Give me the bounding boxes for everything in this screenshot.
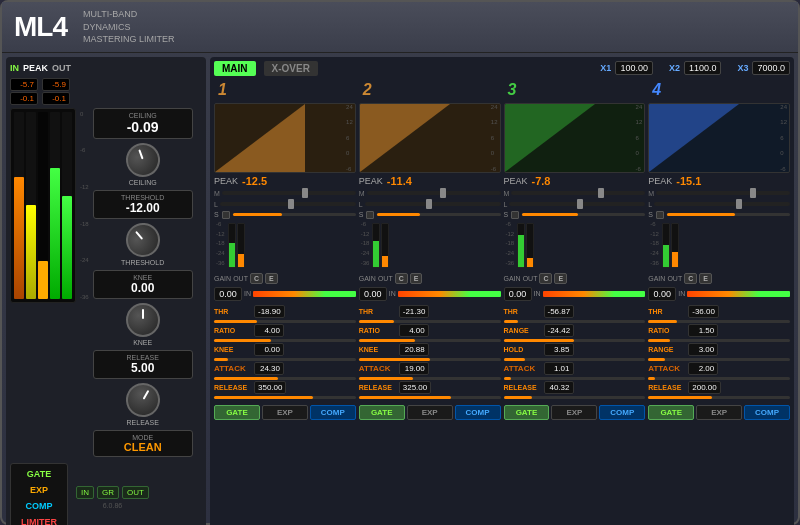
band-1-knee-lbl: KNEE [214,346,252,353]
band-2-exp-btn[interactable]: EXP [407,405,453,420]
band-2-ratio-val: 4.00 [399,324,429,337]
band-3-release-val: 40.32 [544,381,574,394]
top-row: MAIN X-OVER X1 100.00 X2 1100.0 X3 7000.… [214,61,790,76]
band-4-m-fader[interactable] [656,191,790,195]
band-1-c-btn[interactable]: C [250,273,263,284]
band-2-m-fader[interactable] [367,191,501,195]
band-4-e-btn[interactable]: E [699,273,712,284]
scale-18: -18 [80,221,89,227]
in-btn[interactable]: IN [76,486,94,499]
band-4-attack-lbl: ATTACK [648,364,686,373]
band-3-m-fader[interactable] [511,191,645,195]
band-2-thr-lbl: THR [359,308,397,315]
band-4-l-fader[interactable] [654,202,790,206]
x1-value[interactable]: 100.00 [615,61,653,75]
out-btn[interactable]: OUT [122,486,149,499]
band-2-c-btn[interactable]: C [395,273,408,284]
band-4-s-check[interactable] [656,211,664,219]
band-2-gate-btn[interactable]: GATE [359,405,405,420]
gr-btn[interactable]: GR [97,486,119,499]
band-1-gate-btn[interactable]: GATE [214,405,260,420]
band-3-c-btn[interactable]: C [539,273,552,284]
limiter-mode-btn[interactable]: LIMITER [17,515,61,525]
exp-mode-btn[interactable]: EXP [17,483,61,497]
band-4-c-btn[interactable]: C [684,273,697,284]
band-1-exp-btn[interactable]: EXP [262,405,308,420]
band-1-comp-btn[interactable]: COMP [310,405,356,420]
band-3-hold-val: 3.85 [544,343,574,356]
band-3-gate-btn[interactable]: GATE [504,405,550,420]
knee-knob[interactable]: KNEE [93,303,193,346]
band-4-ratio-val: 1.50 [688,324,718,337]
peak-label-top: PEAK [23,63,48,73]
band-2-comp-btn[interactable]: COMP [455,405,501,420]
band-1-m-fader[interactable] [222,191,356,195]
band-2-in-lbl: IN [389,290,396,297]
tab-main[interactable]: MAIN [214,61,256,76]
peak-val-1: -5.7 [10,78,38,91]
band-3-e-btn[interactable]: E [554,273,567,284]
band-2-l-label: L [359,201,363,208]
band-4-release-lbl: RELEASE [648,384,686,391]
x3-value[interactable]: 7000.0 [752,61,790,75]
band-4-range-val: 3.00 [688,343,718,356]
ceiling-knob[interactable]: CEILING [93,143,193,186]
band-3-range-val: -24.42 [544,324,575,337]
band-4-range-lbl: RANGE [648,346,686,353]
band-2-m-label: M [359,190,365,197]
band-4-m-label: M [648,190,654,197]
band-2-attack-lbl: ATTACK [359,364,397,373]
release-knob[interactable]: RELEASE [93,383,193,426]
version-label: 6.0.86 [103,502,122,509]
band-4-peak-label: PEAK [648,176,672,186]
scale-6: -6 [80,147,89,153]
band-2-l-fader[interactable] [365,202,501,206]
band-1-s-check[interactable] [222,211,230,219]
comp-mode-btn[interactable]: COMP [17,499,61,513]
band-2-peak-label: PEAK [359,176,383,186]
gate-mode-btn[interactable]: GATE [17,467,61,481]
band-1: 1 241260-6 PEAK -12.5 M [214,79,356,525]
out-label: OUT [52,63,71,73]
band-2-number: 2 [359,79,376,101]
band-3-thr-val: -56.87 [544,305,575,318]
band-4-comp-btn[interactable]: COMP [744,405,790,420]
band-1-peak-value: -12.5 [242,175,267,187]
band-3-release-lbl: RELEASE [504,384,542,391]
band-3-exp-btn[interactable]: EXP [551,405,597,420]
band-2-s-check[interactable] [366,211,374,219]
band-4-exp-btn[interactable]: EXP [696,405,742,420]
band-4-ratio-lbl: RATIO [648,327,686,334]
band-2-e-btn[interactable]: E [410,273,423,284]
band-1-in-lbl: IN [244,290,251,297]
ceiling-display: CEILING -0.09 [93,108,193,139]
band-3-thr-lbl: THR [504,308,542,315]
in-label: IN [10,63,19,73]
band-1-ratio-lbl: RATIO [214,327,252,334]
band-3-graph: 241260-6 [504,103,646,173]
band-1-m-label: M [214,190,220,197]
band-4-gain-lbl: GAIN [648,275,665,282]
band-1-l-fader[interactable] [220,202,356,206]
band-3-l-fader[interactable] [509,202,645,206]
band-2-gain-lbl: GAIN [359,275,376,282]
band-1-e-btn[interactable]: E [265,273,278,284]
tab-xover[interactable]: X-OVER [264,61,318,76]
band-3-comp-btn[interactable]: COMP [599,405,645,420]
threshold-knob[interactable]: THRESHOLD [93,223,193,266]
scale-36: -36 [80,294,89,300]
band-2-attack-val: 19.00 [399,362,429,375]
band-3-in-lbl: IN [534,290,541,297]
band-1-gain-lbl: GAIN [214,275,231,282]
band-4-gate-btn[interactable]: GATE [648,405,694,420]
band-3-s-check[interactable] [511,211,519,219]
band-3-m-label: M [504,190,510,197]
band-1-attack-lbl: ATTACK [214,364,252,373]
band-1-number: 1 [214,79,231,101]
band-2-gain-val: 0.00 [359,287,387,301]
x1-label: X1 [600,63,611,73]
band-2: 2 241260-6 PEAK -11.4 M [359,79,501,525]
band-2-thr-val: -21.30 [399,305,430,318]
band-1-thr-lbl: THR [214,308,252,315]
x2-value[interactable]: 1100.0 [684,61,722,75]
